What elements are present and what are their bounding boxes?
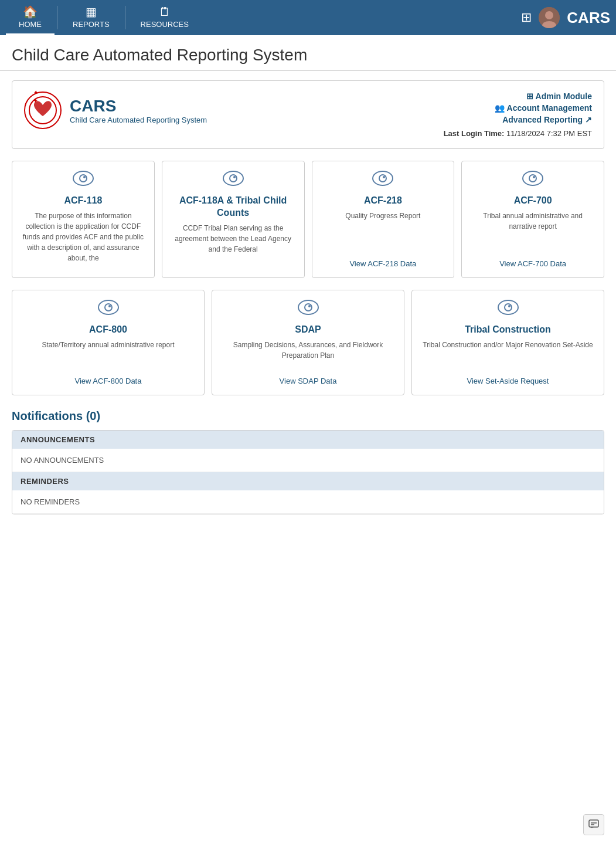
acf-218-title: ACF-218 <box>364 195 402 207</box>
nav-divider-1 <box>57 6 57 29</box>
acf-118-title: ACF-118 <box>64 195 102 207</box>
acf-800-eye-icon <box>98 300 119 319</box>
grid-icon[interactable]: ⊞ <box>521 10 532 25</box>
user-avatar[interactable] <box>539 7 560 28</box>
svg-point-8 <box>223 171 243 185</box>
acf-800-title: ACF-800 <box>89 324 127 336</box>
nav-item-home[interactable]: 🏠 HOME <box>6 0 55 35</box>
svg-point-10 <box>233 176 236 178</box>
nav-divider-2 <box>125 6 125 29</box>
svg-point-20 <box>298 300 318 314</box>
svg-point-1 <box>545 11 553 19</box>
avatar-image <box>539 7 560 28</box>
tribal-construction-eye-icon <box>498 300 519 319</box>
tile-sdap[interactable]: SDAP Sampling Decisions, Assurances, and… <box>212 290 404 395</box>
page-title: Child Care Automated Reporting System <box>12 46 604 65</box>
reminders-header: REMINDERS <box>12 472 604 490</box>
acf-118a-desc: CCDF Tribal Plan serving as the agreemen… <box>169 223 297 263</box>
cars-subtitle: Child Care Automated Reporting System <box>70 116 207 124</box>
acf-218-link[interactable]: View ACF-218 Data <box>349 259 416 268</box>
sdap-eye-icon <box>298 300 319 319</box>
logo-svg: ✦ <box>28 96 57 125</box>
logo-text: CARS Child Care Automated Reporting Syst… <box>70 97 207 124</box>
svg-point-5 <box>73 171 93 185</box>
sdap-title: SDAP <box>295 324 321 336</box>
info-card: ✦ CARS Child Care Automated Reporting Sy… <box>12 80 604 149</box>
notifications-panel: ANNOUNCEMENTS NO ANNOUNCEMENTS REMINDERS… <box>12 430 604 514</box>
page-header: Child Care Automated Reporting System <box>0 35 616 71</box>
acf-118a-eye-icon <box>223 171 244 190</box>
navbar: 🏠 HOME ▦ REPORTS 🗒 RESOURCES ⊞ CARS <box>0 0 616 35</box>
tile-acf-118a[interactable]: ACF-118A & Tribal Child Counts CCDF Trib… <box>162 161 305 278</box>
announcements-header: ANNOUNCEMENTS <box>12 431 604 449</box>
acf-700-desc: Tribal annual administrative and narrati… <box>469 211 597 255</box>
svg-point-16 <box>533 176 535 178</box>
resources-icon: 🗒 <box>159 5 171 19</box>
tribal-construction-link[interactable]: View Set-Aside Request <box>467 377 549 385</box>
nav-reports-label: REPORTS <box>73 20 110 29</box>
acf-218-desc: Quality Progress Report <box>345 211 420 255</box>
nav-item-reports[interactable]: ▦ REPORTS <box>60 0 122 35</box>
cars-title: CARS <box>70 97 207 116</box>
tiles-row-2: ACF-800 State/Territory annual administr… <box>12 290 604 395</box>
reminders-content: NO REMINDERS <box>12 490 604 514</box>
admin-module-link[interactable]: ⊞ Admin Module <box>444 92 592 101</box>
brand-label: CARS <box>567 9 610 27</box>
announcements-content: NO ANNOUNCEMENTS <box>12 449 604 472</box>
svg-point-22 <box>308 305 311 307</box>
acf-118a-title: ACF-118A & Tribal Child Counts <box>169 195 297 219</box>
tribal-construction-desc: Tribal Construction and/or Major Renovat… <box>423 340 593 372</box>
acf-700-eye-icon <box>522 171 543 190</box>
acf-700-link[interactable]: View ACF-700 Data <box>499 259 566 268</box>
nav-item-resources[interactable]: 🗒 RESOURCES <box>128 0 202 35</box>
svg-point-7 <box>83 176 86 178</box>
svg-point-11 <box>373 171 393 185</box>
last-login-value: 11/18/2024 7:32 PM EST <box>506 129 592 138</box>
acf-218-eye-icon <box>372 171 393 190</box>
svg-point-24 <box>505 304 512 311</box>
cars-logo: ✦ <box>24 92 62 129</box>
svg-point-21 <box>305 304 312 311</box>
tile-acf-118[interactable]: ACF-118 The purpose of this information … <box>12 161 155 278</box>
notifications-section: Notifications (0) ANNOUNCEMENTS NO ANNOU… <box>12 409 604 514</box>
svg-point-12 <box>379 175 386 182</box>
acf-118-desc: The purpose of this information collecti… <box>19 211 147 263</box>
announcements-section: ANNOUNCEMENTS NO ANNOUNCEMENTS <box>12 431 604 472</box>
sdap-desc: Sampling Decisions, Assurances, and Fiel… <box>219 340 397 372</box>
sdap-link[interactable]: View SDAP Data <box>280 377 337 385</box>
tile-tribal-construction[interactable]: Tribal Construction Tribal Construction … <box>411 290 604 395</box>
svg-point-18 <box>105 304 112 311</box>
account-management-link[interactable]: 👥 Account Management <box>444 103 592 113</box>
main-content: ✦ CARS Child Care Automated Reporting Sy… <box>0 71 616 524</box>
svg-point-17 <box>98 300 118 314</box>
notifications-title: Notifications (0) <box>12 409 604 423</box>
nav-home-label: HOME <box>19 20 42 29</box>
last-login: Last Login Time: 11/18/2024 7:32 PM EST <box>444 129 592 138</box>
tile-acf-700[interactable]: ACF-700 Tribal annual administrative and… <box>461 161 604 278</box>
svg-point-25 <box>508 305 511 307</box>
tile-acf-218[interactable]: ACF-218 Quality Progress Report View ACF… <box>312 161 455 278</box>
nav-resources-label: RESOURCES <box>141 20 189 29</box>
acf-800-link[interactable]: View ACF-800 Data <box>75 377 142 385</box>
info-card-logo: ✦ CARS Child Care Automated Reporting Sy… <box>24 92 434 129</box>
tile-acf-800[interactable]: ACF-800 State/Territory annual administr… <box>12 290 205 395</box>
reminders-section: REMINDERS NO REMINDERS <box>12 472 604 514</box>
advanced-reporting-link[interactable]: Advanced Reporting ↗ <box>444 115 592 124</box>
acf-800-desc: State/Territory annual administrative re… <box>42 340 174 372</box>
tiles-row-1: ACF-118 The purpose of this information … <box>12 161 604 278</box>
svg-point-19 <box>108 305 111 307</box>
svg-point-6 <box>80 175 87 182</box>
acf-118-eye-icon <box>73 171 94 190</box>
svg-point-9 <box>230 175 237 182</box>
svg-point-14 <box>523 171 543 185</box>
svg-text:✦: ✦ <box>33 97 38 104</box>
home-icon: 🏠 <box>23 5 38 19</box>
svg-point-13 <box>383 176 385 178</box>
last-login-label: Last Login Time: <box>444 129 505 138</box>
info-card-links: ⊞ Admin Module 👥 Account Management Adva… <box>444 92 592 138</box>
tribal-construction-title: Tribal Construction <box>465 324 551 336</box>
reports-icon: ▦ <box>86 5 97 19</box>
svg-point-23 <box>498 300 518 314</box>
acf-700-title: ACF-700 <box>514 195 552 207</box>
svg-point-15 <box>529 175 536 182</box>
